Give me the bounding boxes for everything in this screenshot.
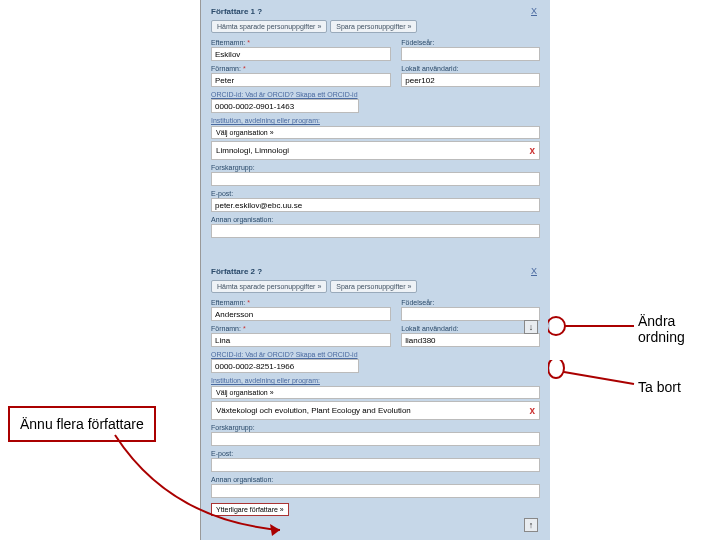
lastname-input[interactable]: [211, 47, 391, 61]
load-person-button[interactable]: Hämta sparade personuppgifter »: [211, 20, 327, 33]
otherorg-label-2: Annan organisation:: [211, 476, 540, 483]
select-organisation-2[interactable]: Välj organisation »: [211, 386, 540, 399]
otherorg-input[interactable]: [211, 224, 540, 238]
firstname-label-2: Förnamn:: [211, 325, 391, 332]
select-organisation[interactable]: Välj organisation »: [211, 126, 540, 139]
selected-org-row-2: Växtekologi och evolution, Plant Ecology…: [211, 401, 540, 420]
userid-input-2[interactable]: [401, 333, 540, 347]
userid-input[interactable]: [401, 73, 540, 87]
save-person-button-2[interactable]: Spara personuppgifter »: [330, 280, 417, 293]
lastname-label-2: Efternamn:: [211, 299, 391, 306]
institution-label: Institution, avdelning eller program:: [211, 117, 540, 124]
move-down-button-1[interactable]: ↓: [524, 320, 538, 334]
save-person-button[interactable]: Spara personuppgifter »: [330, 20, 417, 33]
arrow-to-remove-icon: [548, 360, 638, 390]
otherorg-input-2[interactable]: [211, 484, 540, 498]
otherorg-label: Annan organisation:: [211, 216, 540, 223]
orcid-label[interactable]: ORCID-id: Vad är ORCID? Skapa ett ORCID-…: [211, 91, 540, 98]
remove-author-2[interactable]: X: [528, 266, 540, 276]
email-input[interactable]: [211, 198, 540, 212]
lastname-input-2[interactable]: [211, 307, 391, 321]
author2-title: Författare 2 ?: [211, 267, 262, 276]
svg-point-0: [548, 360, 564, 378]
move-up-button-2[interactable]: ↑: [524, 518, 538, 532]
author-card-1: Författare 1 ? X Hämta sparade personupp…: [201, 0, 550, 246]
institution-label-2: Institution, avdelning eller program:: [211, 377, 540, 384]
firstname-label: Förnamn:: [211, 65, 391, 72]
birthyear-label: Födelseår:: [401, 39, 540, 46]
firstname-input-2[interactable]: [211, 333, 391, 347]
email-label: E-post:: [211, 190, 540, 197]
birthyear-input-2[interactable]: [401, 307, 540, 321]
annotation-reorder: Ändra ordning: [638, 313, 720, 345]
annotation-more-authors: Ännu flera författare: [8, 406, 156, 442]
remove-org-icon[interactable]: x: [529, 145, 535, 156]
userid-label-2: Lokalt användarid:: [401, 325, 540, 332]
userid-label: Lokalt användarid:: [401, 65, 540, 72]
email-input-2[interactable]: [211, 458, 540, 472]
orcid-label-2[interactable]: ORCID-id: Vad är ORCID? Skapa ett ORCID-…: [211, 351, 540, 358]
annotation-remove: Ta bort: [638, 379, 681, 395]
author1-title: Författare 1 ?: [211, 7, 262, 16]
selected-org-text: Limnologi, Limnologi: [216, 146, 289, 155]
remove-author-1[interactable]: X: [528, 6, 540, 16]
orcid-input-2[interactable]: [211, 359, 359, 373]
arrow-to-reorder-icon: [548, 316, 638, 336]
load-person-button-2[interactable]: Hämta sparade personuppgifter »: [211, 280, 327, 293]
researchgroup-input[interactable]: [211, 172, 540, 186]
birthyear-input[interactable]: [401, 47, 540, 61]
firstname-input[interactable]: [211, 73, 391, 87]
birthyear-label-2: Födelseår:: [401, 299, 540, 306]
orcid-input[interactable]: [211, 99, 359, 113]
svg-line-1: [564, 372, 634, 384]
add-more-authors-button[interactable]: Ytterligare författare »: [211, 503, 289, 516]
email-label-2: E-post:: [211, 450, 540, 457]
researchgroup-label: Forskargrupp:: [211, 164, 540, 171]
researchgroup-input-2[interactable]: [211, 432, 540, 446]
author-card-2: Författare 2 ? X Hämta sparade personupp…: [201, 260, 550, 520]
researchgroup-label-2: Forskargrupp:: [211, 424, 540, 431]
remove-org-icon-2[interactable]: x: [529, 405, 535, 416]
svg-point-2: [548, 317, 565, 335]
selected-org-text-2: Växtekologi och evolution, Plant Ecology…: [216, 406, 411, 415]
lastname-label: Efternamn:: [211, 39, 391, 46]
selected-org-row: Limnologi, Limnologi x: [211, 141, 540, 160]
